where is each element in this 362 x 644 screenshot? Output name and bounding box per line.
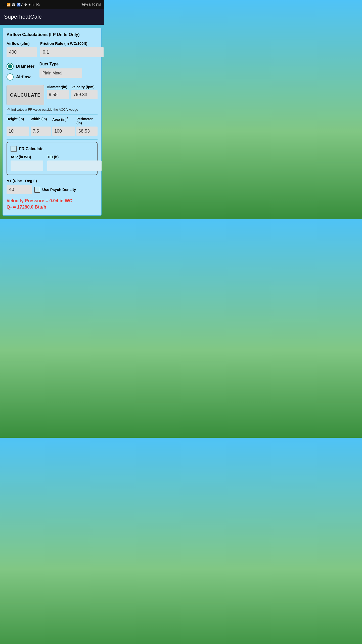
result-outputs: Velocity Pressure = 0.04 in WC QT = 1728… [7, 197, 98, 210]
status-icons: ··· 📶 ☎ ♿ A ⚙ ✦ ⬆ 4G [3, 3, 40, 7]
perimeter-value: 68.53 [76, 127, 98, 136]
result-labels: Diameter(in) Velocity (fpm) [47, 85, 98, 89]
duct-type-label: Duct Type [39, 62, 98, 66]
airflow-input[interactable] [7, 47, 37, 57]
tel-input[interactable] [47, 160, 102, 171]
radio-duct-row: Diameter Airflow Duct Type Plain Metal F… [7, 62, 98, 80]
width-label: Width (in) [31, 117, 51, 125]
delta-label-row: ΔT (Rise - Deg F) [7, 179, 98, 183]
hwap-values-row: 10 7.5 100 68.53 [7, 127, 98, 136]
app-title: SuperheatCalc [4, 14, 41, 20]
area-label: Area (in)2 [52, 117, 75, 125]
battery-level: 76% 8:30 PM [81, 3, 101, 7]
divider-1 [7, 114, 98, 115]
results-group: Diameter(in) Velocity (fpm) 9.58 799.33 [47, 85, 98, 99]
fr-checkbox-row: FR Calculate [11, 146, 94, 152]
airflow-label: Airflow (cfm) [7, 41, 37, 46]
psych-label: Use Psych Density [42, 187, 76, 192]
asp-input[interactable] [11, 160, 43, 171]
main-content: Airflow Calculations (I-P Units Only) Ai… [3, 28, 102, 216]
velocity-value: 799.33 [71, 90, 98, 99]
height-label: Height (in) [7, 117, 29, 125]
status-left: ··· 📶 ☎ ♿ A ⚙ ✦ ⬆ 4G [3, 3, 40, 7]
status-bar: ··· 📶 ☎ ♿ A ⚙ ✦ ⬆ 4G 76% 8:30 PM [0, 0, 104, 9]
radio-airflow-circle[interactable] [7, 73, 14, 80]
hwap-labels-row: Height (in) Width (in) Area (in)2 Perime… [7, 117, 98, 125]
radio-airflow[interactable]: Airflow [7, 73, 34, 80]
friction-input[interactable] [40, 47, 104, 57]
delta-label: ΔT (Rise - Deg F) [7, 179, 37, 183]
input-labels-row: Airflow (cfm) Friction Rate (in WC/100ft… [7, 41, 98, 46]
velocity-pressure: Velocity Pressure = 0.04 in WC [7, 197, 98, 205]
radio-diameter[interactable]: Diameter [7, 63, 34, 70]
qt-number: = 17280.0 Btu/h [12, 205, 46, 210]
psych-checkbox[interactable] [34, 187, 40, 193]
delta-inputs-row: Use Psych Density [7, 185, 98, 194]
result-values: 9.58 799.33 [47, 90, 98, 99]
calc-results-row: CALCULATE Diameter(in) Velocity (fpm) 9.… [7, 85, 98, 105]
radio-airflow-label: Airflow [16, 74, 31, 79]
qt-value: QT = 17280.0 Btu/h [7, 205, 98, 211]
duct-type-select[interactable]: Plain Metal Flex Duct Duct Board [39, 68, 82, 78]
asp-tel-inputs [11, 160, 94, 171]
psych-checkbox-row: Use Psych Density [34, 187, 76, 193]
diameter-value: 9.58 [47, 90, 69, 99]
app-bar: SuperheatCalc [0, 9, 104, 25]
tel-label: TEL(ft) [47, 155, 94, 159]
area-value: 100 [52, 127, 75, 136]
input-row [7, 47, 98, 57]
calculate-button[interactable]: CALCULATE [7, 85, 44, 105]
qt-symbol: Q [7, 205, 10, 210]
duct-section: Duct Type Plain Metal Flex Duct Duct Boa… [39, 62, 98, 78]
perimeter-label: Perimeter (in) [76, 117, 98, 125]
status-right: 76% 8:30 PM [81, 3, 101, 7]
section-title: Airflow Calculations (I-P Units Only) [7, 32, 98, 37]
radio-group: Diameter Airflow [7, 62, 34, 80]
velocity-label: Velocity (fpm) [71, 85, 98, 89]
friction-label: Friction Rate (in WC/100ft) [40, 41, 98, 46]
radio-diameter-label: Diameter [16, 64, 34, 69]
acca-note: *** Indicates a FR value outside the ACC… [7, 108, 98, 111]
fr-calculate-box: FR Calculate ASP (in WC) TEL(ft) [7, 142, 98, 175]
delta-input[interactable] [7, 185, 32, 194]
divider-2 [7, 139, 98, 140]
asp-tel-labels: ASP (in WC) TEL(ft) [11, 155, 94, 159]
fr-checkbox[interactable] [11, 146, 17, 152]
diameter-label: Diameter(in) [47, 85, 69, 89]
width-value: 7.5 [31, 127, 51, 136]
fr-checkbox-label: FR Calculate [19, 147, 43, 151]
radio-diameter-circle[interactable] [7, 63, 14, 70]
asp-label: ASP (in WC) [11, 155, 43, 159]
height-value: 10 [7, 127, 29, 136]
